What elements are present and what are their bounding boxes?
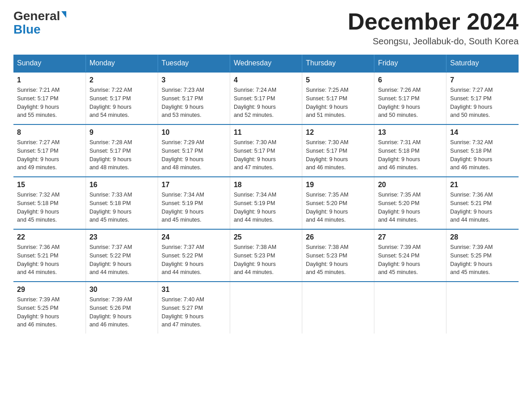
day-info: Sunrise: 7:34 AM Sunset: 5:19 PM Dayligh… [234, 191, 298, 224]
header-tuesday: Tuesday [158, 55, 230, 72]
cell-week1-day2: 3 Sunrise: 7:23 AM Sunset: 5:17 PM Dayli… [158, 72, 230, 124]
day-info: Sunrise: 7:37 AM Sunset: 5:22 PM Dayligh… [162, 243, 226, 277]
cell-week3-day6: 21 Sunrise: 7:36 AM Sunset: 5:21 PM Dayl… [446, 177, 519, 229]
day-number: 11 [234, 128, 298, 137]
cell-week2-day6: 14 Sunrise: 7:32 AM Sunset: 5:18 PM Dayl… [446, 124, 519, 177]
week-row-3: 15 Sunrise: 7:32 AM Sunset: 5:18 PM Dayl… [13, 177, 519, 229]
day-info: Sunrise: 7:31 AM Sunset: 5:18 PM Dayligh… [378, 138, 442, 172]
week-row-1: 1 Sunrise: 7:21 AM Sunset: 5:17 PM Dayli… [13, 72, 519, 124]
cell-week5-day4 [302, 282, 374, 334]
cell-week5-day1: 30 Sunrise: 7:39 AM Sunset: 5:26 PM Dayl… [86, 282, 158, 334]
cell-week4-day4: 26 Sunrise: 7:38 AM Sunset: 5:23 PM Dayl… [302, 229, 374, 282]
day-info: Sunrise: 7:38 AM Sunset: 5:23 PM Dayligh… [234, 243, 298, 277]
logo-blue-text: Blue [13, 22, 41, 37]
location: Seongsu, Jeollabuk-do, South Korea [348, 36, 519, 47]
logo-triangle-icon [61, 11, 66, 18]
day-info: Sunrise: 7:33 AM Sunset: 5:18 PM Dayligh… [90, 191, 154, 224]
day-number: 6 [378, 76, 442, 84]
day-number: 30 [90, 286, 154, 294]
month-title: December 2024 [348, 9, 519, 34]
day-number: 2 [90, 76, 154, 84]
cell-week3-day4: 19 Sunrise: 7:35 AM Sunset: 5:20 PM Dayl… [302, 177, 374, 229]
day-number: 9 [90, 128, 154, 137]
day-number: 24 [162, 233, 226, 241]
logo-general-text: General [13, 9, 60, 23]
day-number: 17 [162, 181, 226, 189]
day-number: 22 [17, 233, 82, 241]
page-header: General Blue December 2024 Seongsu, Jeol… [13, 9, 519, 47]
day-number: 19 [306, 181, 370, 189]
day-info: Sunrise: 7:30 AM Sunset: 5:17 PM Dayligh… [306, 138, 370, 172]
week-row-2: 8 Sunrise: 7:27 AM Sunset: 5:17 PM Dayli… [13, 124, 519, 177]
day-number: 14 [450, 128, 515, 137]
cell-week1-day0: 1 Sunrise: 7:21 AM Sunset: 5:17 PM Dayli… [13, 72, 86, 124]
cell-week4-day5: 27 Sunrise: 7:39 AM Sunset: 5:24 PM Dayl… [374, 229, 446, 282]
day-number: 26 [306, 233, 370, 241]
day-number: 27 [378, 233, 442, 241]
cell-week1-day1: 2 Sunrise: 7:22 AM Sunset: 5:17 PM Dayli… [86, 72, 158, 124]
day-info: Sunrise: 7:21 AM Sunset: 5:17 PM Dayligh… [17, 86, 82, 120]
cell-week4-day6: 28 Sunrise: 7:39 AM Sunset: 5:25 PM Dayl… [446, 229, 519, 282]
day-info: Sunrise: 7:37 AM Sunset: 5:22 PM Dayligh… [90, 243, 154, 277]
day-number: 16 [90, 181, 154, 189]
day-info: Sunrise: 7:25 AM Sunset: 5:17 PM Dayligh… [306, 86, 370, 120]
day-info: Sunrise: 7:38 AM Sunset: 5:23 PM Dayligh… [306, 243, 370, 277]
day-info: Sunrise: 7:32 AM Sunset: 5:18 PM Dayligh… [17, 191, 82, 224]
day-number: 29 [17, 286, 82, 294]
cell-week1-day5: 6 Sunrise: 7:26 AM Sunset: 5:17 PM Dayli… [374, 72, 446, 124]
day-number: 28 [450, 233, 515, 241]
week-row-5: 29 Sunrise: 7:39 AM Sunset: 5:25 PM Dayl… [13, 282, 519, 334]
cell-week5-day6 [446, 282, 519, 334]
day-number: 4 [234, 76, 298, 84]
day-number: 25 [234, 233, 298, 241]
day-info: Sunrise: 7:35 AM Sunset: 5:20 PM Dayligh… [306, 191, 370, 224]
day-info: Sunrise: 7:36 AM Sunset: 5:21 PM Dayligh… [17, 243, 82, 277]
header-sunday: Sunday [13, 55, 86, 72]
day-info: Sunrise: 7:24 AM Sunset: 5:17 PM Dayligh… [234, 86, 298, 120]
cell-week4-day1: 23 Sunrise: 7:37 AM Sunset: 5:22 PM Dayl… [86, 229, 158, 282]
day-info: Sunrise: 7:34 AM Sunset: 5:19 PM Dayligh… [162, 191, 226, 224]
cell-week2-day1: 9 Sunrise: 7:28 AM Sunset: 5:17 PM Dayli… [86, 124, 158, 177]
day-info: Sunrise: 7:39 AM Sunset: 5:25 PM Dayligh… [17, 295, 82, 329]
cell-week3-day5: 20 Sunrise: 7:35 AM Sunset: 5:20 PM Dayl… [374, 177, 446, 229]
day-info: Sunrise: 7:32 AM Sunset: 5:18 PM Dayligh… [450, 138, 515, 172]
day-info: Sunrise: 7:36 AM Sunset: 5:21 PM Dayligh… [450, 191, 515, 224]
day-info: Sunrise: 7:39 AM Sunset: 5:24 PM Dayligh… [378, 243, 442, 277]
day-number: 8 [17, 128, 82, 137]
day-info: Sunrise: 7:26 AM Sunset: 5:17 PM Dayligh… [378, 86, 442, 120]
day-info: Sunrise: 7:39 AM Sunset: 5:26 PM Dayligh… [90, 295, 154, 329]
day-number: 10 [162, 128, 226, 137]
cell-week1-day4: 5 Sunrise: 7:25 AM Sunset: 5:17 PM Dayli… [302, 72, 374, 124]
header-wednesday: Wednesday [230, 55, 302, 72]
day-number: 21 [450, 181, 515, 189]
week-row-4: 22 Sunrise: 7:36 AM Sunset: 5:21 PM Dayl… [13, 229, 519, 282]
cell-week3-day1: 16 Sunrise: 7:33 AM Sunset: 5:18 PM Dayl… [86, 177, 158, 229]
header-friday: Friday [374, 55, 446, 72]
cell-week1-day6: 7 Sunrise: 7:27 AM Sunset: 5:17 PM Dayli… [446, 72, 519, 124]
day-number: 23 [90, 233, 154, 241]
cell-week3-day2: 17 Sunrise: 7:34 AM Sunset: 5:19 PM Dayl… [158, 177, 230, 229]
day-number: 18 [234, 181, 298, 189]
day-number: 1 [17, 76, 82, 84]
header-saturday: Saturday [446, 55, 519, 72]
cell-week3-day0: 15 Sunrise: 7:32 AM Sunset: 5:18 PM Dayl… [13, 177, 86, 229]
cell-week5-day5 [374, 282, 446, 334]
day-info: Sunrise: 7:35 AM Sunset: 5:20 PM Dayligh… [378, 191, 442, 224]
day-number: 13 [378, 128, 442, 137]
cell-week3-day3: 18 Sunrise: 7:34 AM Sunset: 5:19 PM Dayl… [230, 177, 302, 229]
cell-week4-day0: 22 Sunrise: 7:36 AM Sunset: 5:21 PM Dayl… [13, 229, 86, 282]
logo: General Blue [13, 9, 66, 37]
cell-week5-day2: 31 Sunrise: 7:40 AM Sunset: 5:27 PM Dayl… [158, 282, 230, 334]
cell-week2-day3: 11 Sunrise: 7:30 AM Sunset: 5:17 PM Dayl… [230, 124, 302, 177]
day-info: Sunrise: 7:29 AM Sunset: 5:17 PM Dayligh… [162, 138, 226, 172]
day-info: Sunrise: 7:28 AM Sunset: 5:17 PM Dayligh… [90, 138, 154, 172]
day-info: Sunrise: 7:27 AM Sunset: 5:17 PM Dayligh… [450, 86, 515, 120]
cell-week4-day2: 24 Sunrise: 7:37 AM Sunset: 5:22 PM Dayl… [158, 229, 230, 282]
day-number: 15 [17, 181, 82, 189]
day-info: Sunrise: 7:30 AM Sunset: 5:17 PM Dayligh… [234, 138, 298, 172]
day-info: Sunrise: 7:27 AM Sunset: 5:17 PM Dayligh… [17, 138, 82, 172]
cell-week2-day2: 10 Sunrise: 7:29 AM Sunset: 5:17 PM Dayl… [158, 124, 230, 177]
header-monday: Monday [86, 55, 158, 72]
day-number: 5 [306, 76, 370, 84]
day-info: Sunrise: 7:22 AM Sunset: 5:17 PM Dayligh… [90, 86, 154, 120]
